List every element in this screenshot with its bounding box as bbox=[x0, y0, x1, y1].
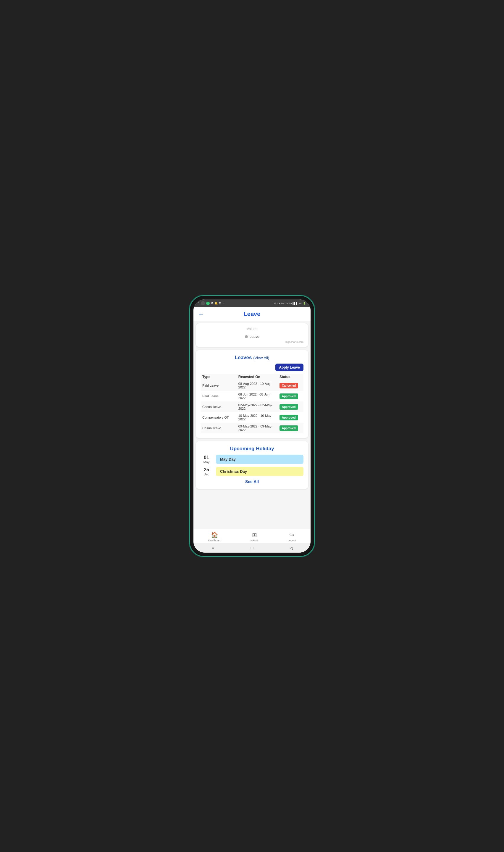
highcharts-credit: Highcharts.com bbox=[200, 341, 304, 343]
main-content: Values Leave Highcharts.com Leaves (View… bbox=[194, 321, 310, 529]
leaves-table: Type Reuested On Status Paid Leave 08-Au… bbox=[200, 374, 304, 433]
cell-type: Paid Leave bbox=[200, 391, 237, 401]
back-arrow-icon: ← bbox=[198, 311, 204, 317]
leaves-table-header-row: Type Reuested On Status bbox=[200, 374, 304, 380]
leaves-title-text: Leaves bbox=[235, 355, 252, 360]
leaves-title: Leaves (View All) bbox=[200, 355, 304, 361]
cell-status: Approved bbox=[278, 391, 304, 401]
holiday-list: 01 May May Day 25 Dec Christmas Day bbox=[200, 455, 304, 476]
status-left: 1 1 ⚙ 🔔 ⊞ • bbox=[198, 301, 223, 305]
logout-icon: ↪ bbox=[289, 531, 294, 539]
holiday-title: Upcoming Holiday bbox=[200, 446, 304, 452]
see-all-section: See All bbox=[200, 479, 304, 484]
nav-label-dashboard: Dashboard bbox=[208, 539, 221, 542]
holiday-date: 25 Dec bbox=[200, 467, 212, 476]
col-header-status: Status bbox=[278, 374, 304, 380]
time-display: 1 bbox=[198, 302, 200, 305]
table-row: Paid Leave 08-Aug-2022 - 10-Aug-2022 Can… bbox=[200, 380, 304, 391]
apply-leave-button[interactable]: Apply Leave bbox=[275, 364, 304, 371]
chart-values-label: Values bbox=[200, 327, 304, 331]
holiday-day-number: 25 bbox=[200, 467, 212, 472]
phone-screen: 1 1 ⚙ 🔔 ⊞ • 22.0 KB/S Yo 5G ▌▌▌ 9% 🔋 ← L… bbox=[194, 300, 310, 552]
android-menu-btn[interactable]: ≡ bbox=[210, 545, 216, 551]
cell-date: 09-May-2022 - 09-May-2022 bbox=[237, 423, 278, 433]
nav-item-logout[interactable]: ↪ Logout bbox=[288, 531, 296, 542]
leaves-card: Leaves (View All) Apply Leave Type Reues… bbox=[196, 350, 308, 438]
android-back-btn[interactable]: ◁ bbox=[288, 545, 294, 551]
status-icon-circle bbox=[201, 301, 205, 305]
cell-type: Casual leave bbox=[200, 423, 237, 433]
cell-status: Approved bbox=[278, 423, 304, 433]
holiday-item: 25 Dec Christmas Day bbox=[200, 467, 304, 476]
bottom-nav: 🏠 Dashboard ⊞ HRMS ↪ Logout bbox=[194, 529, 310, 543]
legend-dot bbox=[245, 335, 248, 338]
chart-legend: Leave bbox=[200, 334, 304, 339]
cell-date: 10-May-2022 - 10-May-2022 bbox=[237, 412, 278, 423]
status-right: 22.0 KB/S Yo 5G ▌▌▌ 9% 🔋 bbox=[274, 302, 306, 305]
dot-icon: • bbox=[222, 302, 223, 305]
android-system-bar: ≡ □ ◁ bbox=[194, 543, 310, 552]
gear-icon: ⚙ bbox=[211, 302, 213, 305]
network-speed: 22.0 KB/S bbox=[274, 302, 284, 305]
media-icon: ⊞ bbox=[219, 302, 221, 305]
back-button[interactable]: ← bbox=[198, 311, 204, 318]
android-home-btn[interactable]: □ bbox=[249, 545, 255, 551]
leaves-table-head: Type Reuested On Status bbox=[200, 374, 304, 380]
holiday-item: 01 May May Day bbox=[200, 455, 304, 464]
table-row: Casual leave 02-May-2022 - 02-May-2022 A… bbox=[200, 401, 304, 412]
holiday-day-number: 01 bbox=[200, 455, 212, 460]
page-title: Leave bbox=[244, 311, 260, 318]
holiday-date: 01 May bbox=[200, 455, 212, 464]
status-badge: Approved bbox=[280, 394, 298, 399]
cell-status: Cancelled bbox=[278, 380, 304, 391]
status-badge: Approved bbox=[280, 404, 298, 410]
nav-item-dashboard[interactable]: 🏠 Dashboard bbox=[208, 531, 221, 542]
see-all-link[interactable]: See All bbox=[245, 479, 259, 484]
legend-label: Leave bbox=[250, 334, 259, 339]
battery-icon: 🔋 bbox=[303, 302, 306, 305]
chart-card: Values Leave Highcharts.com bbox=[196, 323, 308, 347]
leaves-table-body: Paid Leave 08-Aug-2022 - 10-Aug-2022 Can… bbox=[200, 380, 304, 433]
phone-frame: 1 1 ⚙ 🔔 ⊞ • 22.0 KB/S Yo 5G ▌▌▌ 9% 🔋 ← L… bbox=[190, 296, 314, 556]
nav-label-logout: Logout bbox=[288, 539, 296, 542]
nav-label-hrms: HRMS bbox=[251, 539, 258, 542]
col-header-date: Reuested On bbox=[237, 374, 278, 380]
col-header-type: Type bbox=[200, 374, 237, 380]
wifi-badge: 1 bbox=[206, 302, 210, 305]
cell-status: Approved bbox=[278, 401, 304, 412]
table-row: Casual leave 09-May-2022 - 09-May-2022 A… bbox=[200, 423, 304, 433]
holiday-card: Upcoming Holiday 01 May May Day 25 Dec C… bbox=[196, 441, 308, 489]
view-all-link[interactable]: (View All) bbox=[253, 356, 269, 360]
leaves-header-row: Apply Leave bbox=[200, 364, 304, 371]
status-badge: Approved bbox=[280, 425, 298, 431]
holiday-name-badge: May Day bbox=[216, 455, 304, 464]
cell-date: 08-Aug-2022 - 10-Aug-2022 bbox=[237, 380, 278, 391]
cell-type: Paid Leave bbox=[200, 380, 237, 391]
cell-date: 02-May-2022 - 02-May-2022 bbox=[237, 401, 278, 412]
cell-status: Approved bbox=[278, 412, 304, 423]
cell-date: 08-Jun-2022 - 08-Jun-2022 bbox=[237, 391, 278, 401]
app-header: ← Leave bbox=[194, 307, 310, 321]
status-badge: Approved bbox=[280, 415, 298, 420]
home-icon: 🏠 bbox=[211, 531, 218, 539]
battery-level: 9% bbox=[299, 302, 302, 305]
nav-item-hrms[interactable]: ⊞ HRMS bbox=[251, 531, 258, 542]
holiday-month: May bbox=[200, 460, 212, 464]
cell-type: Casual leave bbox=[200, 401, 237, 412]
cell-type: Compensatory Off bbox=[200, 412, 237, 423]
table-row: Paid Leave 08-Jun-2022 - 08-Jun-2022 App… bbox=[200, 391, 304, 401]
notification-icon: 🔔 bbox=[214, 302, 218, 305]
table-row: Compensatory Off 10-May-2022 - 10-May-20… bbox=[200, 412, 304, 423]
hrms-icon: ⊞ bbox=[252, 531, 257, 539]
status-badge: Cancelled bbox=[280, 383, 298, 388]
holiday-name-badge: Christmas Day bbox=[216, 467, 304, 476]
holiday-month: Dec bbox=[200, 472, 212, 476]
signal-bars: ▌▌▌ bbox=[292, 302, 298, 305]
network-type: Yo 5G bbox=[285, 302, 292, 305]
status-bar: 1 1 ⚙ 🔔 ⊞ • 22.0 KB/S Yo 5G ▌▌▌ 9% 🔋 bbox=[194, 300, 310, 307]
